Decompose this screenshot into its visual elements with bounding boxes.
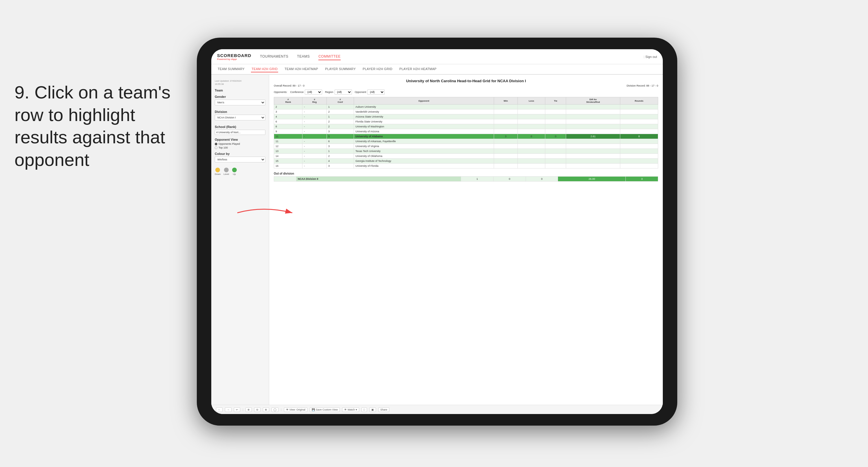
- toolbar-sep2: |: [281, 408, 281, 411]
- data-cell: -: [303, 119, 327, 124]
- table-row[interactable]: 12-3University of Virginia: [274, 144, 658, 149]
- opponent-view-section: Opponent View Opponents Played Top 100: [215, 138, 266, 149]
- grid-button[interactable]: ▣: [369, 407, 376, 412]
- opponent-name-cell: University of Arizona: [354, 129, 494, 134]
- legend-level: Level: [223, 168, 229, 175]
- table-row[interactable]: 4-1Arizona State University: [274, 114, 658, 119]
- data-cell: [566, 119, 620, 124]
- table-row[interactable]: 9-3University of Arizona: [274, 129, 658, 134]
- data-cell: [494, 154, 518, 159]
- radio-top100[interactable]: Top 100: [215, 146, 266, 149]
- main-content: Last Updated: 27/03/2024 16:55:38 Team G…: [211, 75, 663, 405]
- data-cell: 3: [327, 144, 354, 149]
- opponent-select[interactable]: (All): [367, 89, 385, 95]
- colour-by-select[interactable]: Win/loss: [215, 157, 266, 163]
- data-cell: [620, 144, 658, 149]
- fit-button[interactable]: ⊕: [263, 407, 269, 412]
- data-cell: 3: [327, 164, 354, 169]
- data-cell: [494, 105, 518, 110]
- data-cell: [518, 159, 545, 164]
- data-cell: -: [303, 159, 327, 164]
- data-cell: [518, 144, 545, 149]
- zoom-in-button[interactable]: ⊕: [245, 407, 252, 412]
- data-cell: -: [303, 134, 327, 139]
- gender-label: Gender: [215, 95, 266, 98]
- zoom-out-button[interactable]: ⊖: [254, 407, 260, 412]
- division-select[interactable]: NCAA Division I: [215, 115, 266, 120]
- bottom-toolbar: ← → ↩ | ⊕ ⊖ ⊕ ◯ | 👁 View: Original 💾 Sav…: [211, 405, 663, 414]
- save-custom-view-button[interactable]: 💾 Save Custom View: [310, 407, 340, 412]
- data-cell: [545, 124, 566, 129]
- data-cell: 4: [274, 114, 303, 119]
- legend-dot-up: [232, 168, 237, 172]
- data-cell: 11: [274, 139, 303, 144]
- reset-button[interactable]: ↩: [234, 407, 240, 412]
- table-row[interactable]: 13-1Texas Tech University: [274, 149, 658, 154]
- layout-button[interactable]: □: [362, 407, 367, 412]
- table-row[interactable]: 11-6University of Arkansas, Fayetteville: [274, 139, 658, 144]
- data-cell: -: [303, 129, 327, 134]
- subnav-team-summary[interactable]: TEAM SUMMARY: [217, 66, 245, 72]
- data-cell: [566, 164, 620, 169]
- data-cell: -: [303, 139, 327, 144]
- subnav-player-summary[interactable]: PLAYER SUMMARY: [324, 66, 356, 72]
- table-row[interactable]: 8-2University of Washington: [274, 124, 658, 129]
- subnav-player-h2h-heatmap[interactable]: PLAYER H2H HEATMAP: [399, 66, 437, 72]
- data-cell: [566, 159, 620, 164]
- data-cell: [620, 114, 658, 119]
- table-row[interactable]: 6-2Florida State University: [274, 119, 658, 124]
- opponents-filter-label: Opponents:: [274, 91, 287, 93]
- radio-dot-opponents: [215, 143, 217, 145]
- subnav-team-h2h-heatmap[interactable]: TEAM H2H HEATMAP: [284, 66, 319, 72]
- opponent-name-cell: University of Oklahoma: [354, 154, 494, 159]
- data-cell: 14: [274, 154, 303, 159]
- view-label: View: Original: [289, 408, 305, 411]
- col-rounds: Rounds: [620, 97, 658, 105]
- school-input[interactable]: 4 University of Nort...: [215, 130, 266, 135]
- nav-tournaments[interactable]: TOURNAMENTS: [260, 53, 288, 60]
- data-cell: [518, 114, 545, 119]
- undo-button[interactable]: ←: [216, 407, 223, 412]
- data-cell: 5: [327, 134, 354, 139]
- out-of-division-row[interactable]: NCAA Division II 1 0 0 26.00 3: [274, 177, 658, 181]
- data-cell: [494, 110, 518, 114]
- table-row[interactable]: 3-2Vanderbilt University: [274, 110, 658, 114]
- data-cell: 11: [274, 134, 303, 139]
- table-row[interactable]: 11-5University of Alabama3002.618: [274, 134, 658, 139]
- data-cell: [494, 129, 518, 134]
- data-cell: -: [303, 149, 327, 154]
- gender-select[interactable]: Men's: [215, 99, 266, 106]
- redo-button[interactable]: →: [225, 407, 231, 412]
- sub-navigation: TEAM SUMMARY TEAM H2H GRID TEAM H2H HEAT…: [211, 64, 663, 75]
- data-cell: [545, 164, 566, 169]
- data-cell: [545, 159, 566, 164]
- sign-out-link[interactable]: Sign out: [644, 55, 657, 58]
- subnav-team-h2h-grid[interactable]: TEAM H2H GRID: [251, 66, 278, 72]
- data-cell: [494, 119, 518, 124]
- data-cell: [620, 124, 658, 129]
- table-row[interactable]: 15-4Georgia Institute of Technology: [274, 159, 658, 164]
- table-row[interactable]: 14-2University of Oklahoma: [274, 154, 658, 159]
- region-select[interactable]: (All): [335, 89, 352, 95]
- data-cell: [620, 119, 658, 124]
- nav-committee[interactable]: COMMITTEE: [318, 53, 341, 60]
- timer-button[interactable]: ◯: [272, 407, 278, 412]
- data-cell: [518, 149, 545, 154]
- conference-select[interactable]: (All): [305, 89, 322, 95]
- data-cell: [545, 114, 566, 119]
- data-cell: [620, 105, 658, 110]
- subnav-player-h2h-grid[interactable]: PLAYER H2H GRID: [362, 66, 393, 72]
- legend-dot-down: [215, 168, 220, 172]
- data-cell: -: [303, 114, 327, 119]
- data-cell: [545, 154, 566, 159]
- view-original-button[interactable]: 👁 View: Original: [284, 407, 307, 412]
- table-row[interactable]: 2-1Auburn University: [274, 105, 658, 110]
- watch-button[interactable]: 👁 Watch ▾: [342, 407, 359, 412]
- radio-opponents-played[interactable]: Opponents Played: [215, 142, 266, 145]
- step-number: 9.: [14, 82, 30, 102]
- data-cell: [518, 139, 545, 144]
- table-row[interactable]: 16-3University of Florida: [274, 164, 658, 169]
- nav-teams[interactable]: TEAMS: [297, 53, 310, 60]
- share-button[interactable]: Share: [378, 407, 389, 412]
- data-cell: 2: [327, 110, 354, 114]
